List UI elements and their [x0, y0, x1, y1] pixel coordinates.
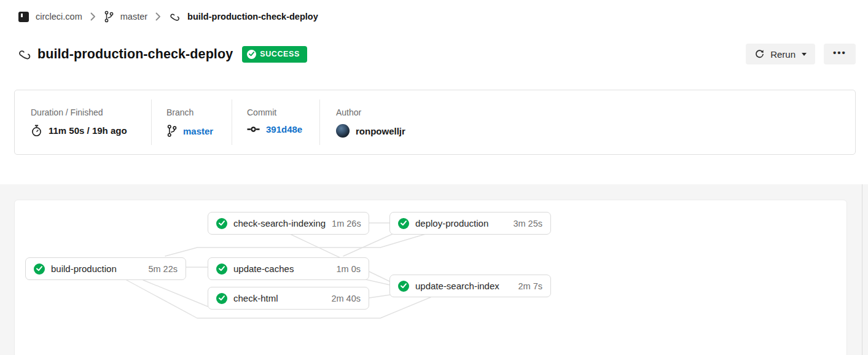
- success-check-icon: [216, 263, 227, 275]
- page-title: build-production-check-deploy: [37, 47, 233, 62]
- rerun-button-label: Rerun: [770, 49, 796, 60]
- job-node-check-search-indexing[interactable]: check-search-indexing 1m 26s: [208, 212, 369, 235]
- job-node-check-html[interactable]: check-html 2m 40s: [208, 287, 369, 310]
- meta-commit: Commit 391d48e: [232, 99, 319, 145]
- job-duration: 1m 26s: [332, 219, 361, 228]
- workflow-header: build-production-check-deploy SUCCESS Re…: [0, 38, 868, 70]
- branch-icon: [166, 124, 177, 138]
- job-name: check-html: [233, 293, 278, 303]
- workflow-meta-card: Duration / Finished 11m 50s / 19h ago Br…: [14, 90, 856, 155]
- workflow-graph-card: build-production 5m 22s check-search-ind…: [14, 200, 847, 355]
- job-duration: 5m 22s: [148, 264, 178, 274]
- breadcrumb-branch[interactable]: master: [120, 12, 147, 21]
- job-name: build-production: [51, 263, 117, 274]
- branch-icon: [104, 10, 114, 23]
- breadcrumb-project[interactable]: circleci.com: [36, 12, 82, 21]
- job-name: deploy-production: [415, 218, 488, 228]
- commit-icon: [247, 125, 260, 133]
- chevron-right-icon: [154, 12, 162, 21]
- commit-label: Commit: [247, 107, 319, 117]
- job-duration: 2m 7s: [518, 281, 543, 291]
- success-check-icon: [34, 263, 45, 275]
- breadcrumb: circleci.com master build-production-che…: [0, 0, 868, 33]
- rerun-button[interactable]: Rerun: [746, 44, 815, 64]
- workflow-icon: [17, 48, 32, 61]
- breadcrumb-workflow: build-production-check-deploy: [187, 12, 318, 21]
- job-name: update-caches: [233, 263, 294, 274]
- status-badge: SUCCESS: [242, 46, 307, 63]
- check-circle-icon: [247, 50, 256, 59]
- job-duration: 2m 40s: [331, 294, 361, 303]
- duration-label: Duration / Finished: [31, 107, 151, 117]
- branch-label: Branch: [166, 107, 232, 117]
- success-check-icon: [216, 218, 227, 229]
- job-node-build-production[interactable]: build-production 5m 22s: [25, 257, 186, 280]
- branch-link[interactable]: master: [183, 126, 213, 136]
- author-value: ronpowelljr: [356, 126, 405, 136]
- success-check-icon: [398, 218, 409, 229]
- job-name: check-search-indexing: [233, 218, 326, 228]
- job-duration: 3m 25s: [513, 219, 542, 228]
- commit-link[interactable]: 391d48e: [266, 124, 302, 135]
- meta-author: Author ronpowelljr: [319, 99, 405, 145]
- job-name: update-search-index: [415, 281, 499, 291]
- workflow-graph-section: build-production 5m 22s check-search-ind…: [0, 184, 868, 355]
- stopwatch-icon: [31, 124, 42, 137]
- workflow-icon: [169, 12, 181, 22]
- job-node-update-search-index[interactable]: update-search-index 2m 7s: [389, 275, 551, 297]
- repo-icon: [18, 12, 29, 22]
- status-badge-label: SUCCESS: [260, 50, 300, 58]
- refresh-icon: [754, 49, 765, 60]
- duration-value: 11m 50s / 19h ago: [49, 125, 127, 136]
- success-check-icon: [216, 293, 227, 304]
- meta-branch: Branch master: [151, 99, 232, 145]
- job-node-deploy-production[interactable]: deploy-production 3m 25s: [389, 212, 551, 235]
- success-check-icon: [398, 281, 409, 292]
- avatar: [336, 124, 350, 138]
- scrollbar-rule: [862, 184, 862, 355]
- more-options-button[interactable]: •••: [824, 44, 856, 64]
- chevron-right-icon: [89, 12, 97, 21]
- author-label: Author: [336, 107, 405, 117]
- more-options-icon: •••: [833, 47, 846, 58]
- meta-duration: Duration / Finished 11m 50s / 19h ago: [15, 90, 151, 154]
- job-duration: 1m 0s: [337, 264, 361, 274]
- chevron-down-icon: [802, 53, 807, 56]
- job-node-update-caches[interactable]: update-caches 1m 0s: [208, 257, 369, 280]
